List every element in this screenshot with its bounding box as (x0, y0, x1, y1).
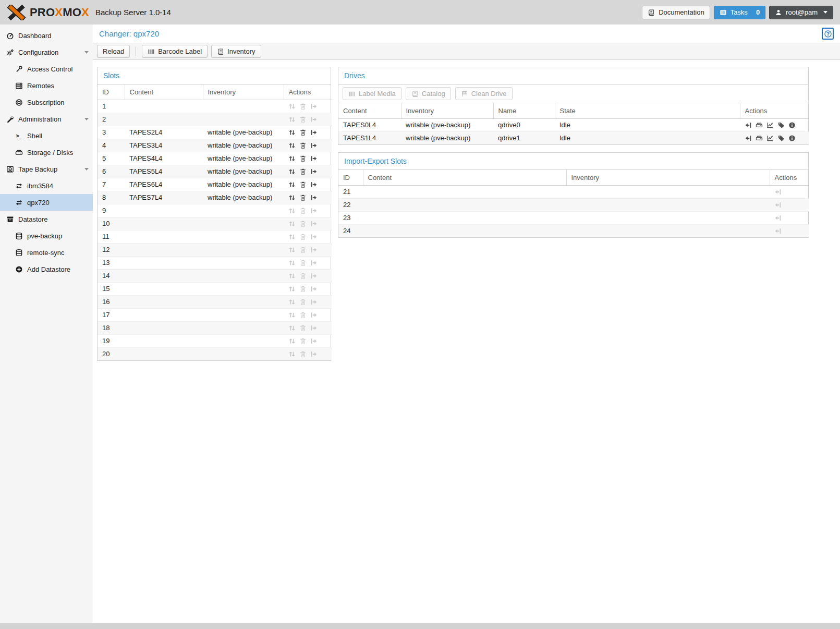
sidebar-item-administration[interactable]: Administration (0, 111, 93, 127)
unload-icon[interactable] (745, 135, 752, 142)
column-header-state[interactable]: State (555, 103, 740, 118)
sidebar-item-access-control[interactable]: Access Control (0, 61, 93, 77)
load-icon[interactable] (310, 181, 318, 188)
tasks-button[interactable]: Tasks 0 (714, 6, 765, 19)
column-header-inventory[interactable]: Inventory (401, 103, 493, 118)
proxmox-logo[interactable]: PROXMOX (7, 5, 89, 20)
load-icon[interactable] (310, 194, 318, 201)
column-header-name[interactable]: Name (493, 103, 555, 118)
reload-button[interactable]: Reload (97, 45, 130, 58)
table-row[interactable]: 19 (98, 334, 332, 347)
table-row[interactable]: 2 (98, 113, 332, 126)
transfer-icon[interactable] (288, 181, 296, 188)
table-row[interactable]: 24 (338, 224, 809, 237)
erase-icon[interactable] (299, 155, 307, 162)
column-header-inventory[interactable]: Inventory (566, 170, 770, 185)
label-icon[interactable] (777, 135, 785, 142)
statistics-icon[interactable] (766, 135, 774, 142)
column-header-actions[interactable]: Actions (740, 103, 809, 118)
transfer-icon[interactable] (288, 129, 296, 136)
table-row[interactable]: 18 (98, 321, 332, 334)
column-header-actions[interactable]: Actions (770, 170, 809, 185)
table-row[interactable]: 8TAPES7L4writable (pve-backup) (98, 191, 332, 204)
table-row[interactable]: 7TAPES6L4writable (pve-backup) (98, 178, 332, 191)
erase-icon[interactable] (299, 142, 307, 149)
format-icon[interactable] (756, 135, 763, 142)
table-row[interactable]: 4TAPES3L4writable (pve-backup) (98, 139, 332, 152)
table-row[interactable]: 21 (338, 185, 809, 198)
sidebar-item-remote-sync[interactable]: remote-sync (0, 244, 93, 261)
sidebar-item-label: pve-backup (27, 232, 62, 240)
table-row[interactable]: 15 (98, 282, 332, 295)
erase-icon (299, 207, 307, 214)
label-icon[interactable] (777, 122, 785, 129)
sidebar-item-pve-backup[interactable]: pve-backup (0, 227, 93, 244)
cell-content (363, 211, 566, 224)
sidebar-item-configuration[interactable]: Configuration (0, 44, 93, 61)
table-row[interactable]: 17 (98, 308, 332, 321)
sidebar-item-add-datastore[interactable]: Add Datastore (0, 261, 93, 277)
table-row[interactable]: 14 (98, 269, 332, 282)
table-row[interactable]: 5TAPES4L4writable (pve-backup) (98, 152, 332, 165)
cell-id: 12 (98, 243, 125, 256)
help-button[interactable] (822, 28, 834, 40)
barcode-label-button[interactable]: Barcode Label (142, 45, 208, 58)
load-icon[interactable] (310, 142, 318, 149)
table-row[interactable]: 11 (98, 230, 332, 243)
column-header-content[interactable]: Content (363, 170, 566, 185)
table-row[interactable]: 6TAPES5L4writable (pve-backup) (98, 165, 332, 178)
sidebar-item-shell[interactable]: >_Shell (0, 127, 93, 144)
load-icon[interactable] (310, 168, 318, 175)
unload-icon[interactable] (745, 122, 752, 129)
erase-icon[interactable] (299, 181, 307, 188)
column-header-id[interactable]: ID (338, 170, 363, 185)
sidebar-item-subscription[interactable]: Subscription (0, 94, 93, 111)
sidebar-item-qpx720[interactable]: qpx720 (0, 194, 93, 211)
table-row[interactable]: 23 (338, 211, 809, 224)
user-menu-button[interactable]: root@pam (769, 6, 833, 19)
documentation-button[interactable]: Documentation (642, 6, 710, 19)
documentation-label: Documentation (659, 8, 704, 16)
info-icon[interactable] (788, 135, 796, 142)
column-header-inventory[interactable]: Inventory (203, 84, 284, 100)
sidebar-item-storage-disks[interactable]: Storage / Disks (0, 144, 93, 161)
column-header-actions[interactable]: Actions (284, 84, 332, 100)
table-row[interactable]: 20 (98, 347, 332, 360)
table-row[interactable]: 9 (98, 204, 332, 217)
format-icon[interactable] (756, 122, 763, 129)
erase-icon[interactable] (299, 194, 307, 201)
transfer-icon[interactable] (288, 142, 296, 149)
sidebar-item-datastore[interactable]: Datastore (0, 211, 93, 227)
table-row[interactable]: 10 (98, 217, 332, 230)
table-row[interactable]: 1 (98, 100, 332, 113)
statistics-icon[interactable] (766, 122, 774, 129)
column-header-content[interactable]: Content (338, 103, 401, 118)
info-icon[interactable] (788, 122, 796, 129)
erase-icon[interactable] (299, 168, 307, 175)
erase-icon[interactable] (299, 129, 307, 136)
table-row[interactable]: 22 (338, 198, 809, 211)
cell-inventory: writable (pve-backup) (203, 165, 284, 178)
transfer-icon[interactable] (288, 194, 296, 201)
table-row[interactable]: 16 (98, 295, 332, 308)
inventory-button[interactable]: Inventory (211, 45, 261, 58)
import-export-panel: Import-Export Slots IDContentInventoryAc… (338, 152, 809, 238)
sidebar-item-ibm3584[interactable]: ibm3584 (0, 177, 93, 194)
table-row[interactable]: 3TAPES2L4writable (pve-backup) (98, 126, 332, 139)
slots-panel-title: Slots (98, 67, 331, 84)
cell-actions (284, 295, 332, 308)
transfer-icon[interactable] (288, 155, 296, 162)
table-row[interactable]: TAPES1L4writable (pve-backup)qdrive1Idle (338, 131, 809, 144)
table-row[interactable]: 12 (98, 243, 332, 256)
cell-actions (284, 308, 332, 321)
sidebar-item-tape-backup[interactable]: Tape Backup (0, 161, 93, 177)
table-row[interactable]: TAPES0L4writable (pve-backup)qdrive0Idle (338, 118, 809, 131)
transfer-icon[interactable] (288, 168, 296, 175)
table-row[interactable]: 13 (98, 256, 332, 269)
sidebar-item-dashboard[interactable]: Dashboard (0, 27, 93, 44)
column-header-content[interactable]: Content (125, 84, 203, 100)
column-header-id[interactable]: ID (98, 84, 125, 100)
load-icon[interactable] (310, 129, 318, 136)
sidebar-item-remotes[interactable]: Remotes (0, 77, 93, 94)
load-icon[interactable] (310, 155, 318, 162)
